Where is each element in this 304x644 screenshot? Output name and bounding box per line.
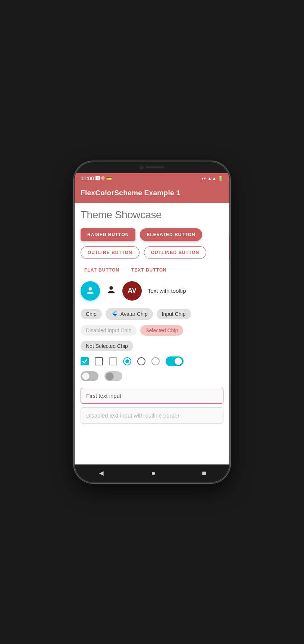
status-time: 11:00: [81, 175, 94, 181]
camera: [140, 166, 144, 169]
status-left: 11:00 🅰 © 💳: [81, 175, 112, 181]
signal-icon: ▲▲: [207, 176, 216, 181]
volume-button: [229, 237, 229, 259]
text-input-disabled-label: Disabled text input with outline border: [86, 412, 218, 419]
chips-row-3: Not Selected Chip: [81, 341, 223, 351]
page-title: Theme Showcase: [81, 209, 223, 221]
toggle-off[interactable]: [81, 371, 98, 381]
recents-button[interactable]: ■: [194, 466, 214, 480]
phone-screen: 11:00 🅰 © 💳 ▾▾ ▲▲ 🔋 FlexColorScheme Exam…: [75, 162, 229, 482]
status-icons: ▾▾ ▲▲ 🔋: [201, 176, 223, 181]
text-input-disabled: Disabled text input with outline border: [81, 407, 223, 423]
sync-icon: ©: [101, 176, 105, 181]
wifi-icon: ▾▾: [201, 176, 206, 181]
chip-input[interactable]: Input Chip: [157, 309, 191, 319]
chips-row-2: Disabled Input Chip Selected Chip: [81, 325, 223, 336]
not-selected-chip-label: Not Selected Chip: [86, 343, 128, 349]
radio-inner: [125, 359, 129, 363]
app-bar: FlexColorScheme Example 1: [75, 184, 229, 203]
avatar-initials: AV: [128, 287, 137, 295]
chip-disabled: Disabled Input Chip: [81, 325, 137, 336]
phone-frame: 11:00 🅰 © 💳 ▾▾ ▲▲ 🔋 FlexColorScheme Exam…: [75, 162, 229, 482]
svg-point-1: [109, 286, 113, 289]
check-icon: [82, 359, 87, 364]
chip-basic[interactable]: Chip: [81, 309, 102, 319]
icons-row: AV Text with tooltip: [81, 281, 223, 301]
fab-button[interactable]: [81, 281, 100, 301]
sd-icon: 💳: [106, 176, 112, 181]
chip-not-selected[interactable]: Not Selected Chip: [81, 341, 133, 351]
selected-chip-label: Selected Chip: [145, 327, 178, 333]
home-button[interactable]: ●: [144, 466, 163, 480]
app-bar-title: FlexColorScheme Example 1: [81, 189, 223, 197]
input-chip-label: Input Chip: [162, 311, 186, 317]
controls-row: [81, 356, 223, 366]
svg-point-0: [89, 287, 92, 291]
disabled-chip-label: Disabled Input Chip: [86, 327, 131, 333]
bottom-nav: ◄ ● ■: [75, 464, 229, 482]
notch-area: [75, 162, 229, 173]
chips-row-1: Chip Avatar Chip Input Chip: [81, 308, 223, 320]
flat-text-row: FLAT BUTTON TEXT BUTTON: [81, 264, 223, 276]
status-bar: 11:00 🅰 © 💳 ▾▾ ▲▲ 🔋: [75, 173, 229, 184]
radio-unselected-gray[interactable]: [151, 357, 160, 365]
outline-button[interactable]: OUTLINE BUTTON: [81, 246, 140, 259]
content-area: Theme Showcase RAISED BUTTON ELEVATED BU…: [75, 203, 229, 464]
elevated-button[interactable]: ELEVATED BUTTON: [140, 228, 202, 241]
flutter-icon: [111, 310, 118, 318]
outline-buttons-row: OUTLINE BUTTON OUTLINED BUTTON: [81, 246, 223, 259]
raised-button[interactable]: RAISED BUTTON: [81, 228, 135, 241]
person-fab-icon: [85, 286, 95, 296]
person-plain-icon: [106, 285, 116, 295]
battery-icon: 🔋: [218, 176, 223, 181]
checkbox-checked[interactable]: [81, 357, 89, 365]
toggles-row: [81, 371, 223, 381]
avatar[interactable]: AV: [122, 281, 142, 301]
outlined-button[interactable]: OUTLINED BUTTON: [144, 246, 206, 259]
accessibility-icon: 🅰: [95, 176, 100, 181]
person-icon-plain[interactable]: [106, 285, 116, 297]
checkbox-unchecked[interactable]: [95, 357, 103, 365]
tooltip-text: Text with tooltip: [148, 288, 186, 294]
checkbox-unchecked-gray[interactable]: [109, 357, 117, 365]
speaker: [146, 166, 164, 168]
raised-elevated-row: RAISED BUTTON ELEVATED BUTTON: [81, 228, 223, 241]
toggle-off-gray[interactable]: [104, 371, 122, 381]
back-button[interactable]: ◄: [90, 466, 113, 480]
avatar-chip-label: Avatar Chip: [120, 311, 148, 317]
flat-button[interactable]: FLAT BUTTON: [81, 264, 123, 276]
text-button[interactable]: TEXT BUTTON: [128, 264, 170, 276]
chip-selected[interactable]: Selected Chip: [140, 325, 183, 336]
toggle-on[interactable]: [166, 356, 184, 366]
radio-selected[interactable]: [123, 357, 131, 365]
chip-avatar[interactable]: Avatar Chip: [106, 308, 153, 320]
chip-label: Chip: [86, 311, 97, 317]
text-input-first-label: First text input: [86, 393, 218, 399]
text-input-first[interactable]: First text input: [81, 388, 223, 404]
radio-unselected[interactable]: [137, 357, 145, 365]
